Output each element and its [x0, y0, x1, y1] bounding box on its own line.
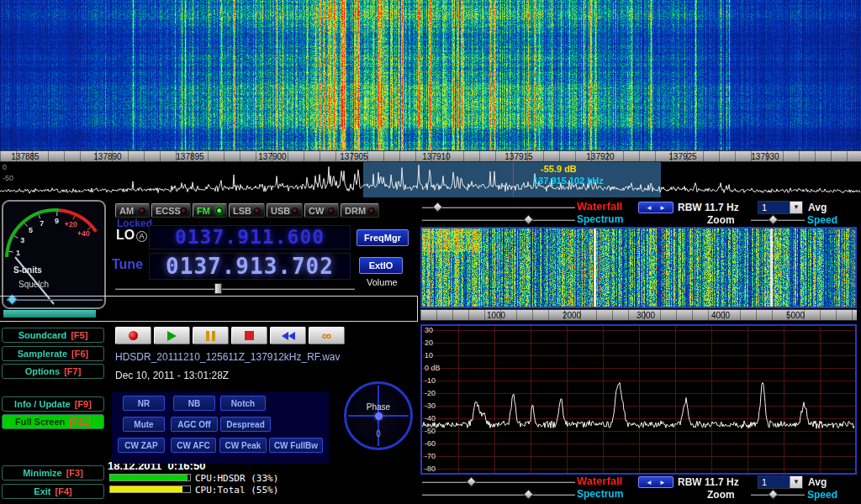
phase-label: Phase	[346, 402, 410, 412]
notch-button[interactable]: Notch	[220, 396, 266, 411]
dropdown-arrow-icon[interactable]: ▼	[790, 476, 802, 488]
slider-thumb[interactable]	[768, 489, 779, 500]
dropdown-arrow-icon[interactable]: ▼	[790, 202, 802, 213]
slider-thumb[interactable]	[432, 202, 443, 213]
spectrum-label-bottom[interactable]: Spectrum	[577, 488, 623, 500]
mode-button-drm[interactable]: DRM	[341, 203, 379, 218]
mode-button-usb[interactable]: USB	[267, 203, 303, 218]
zoom-slider-top[interactable]	[751, 214, 805, 225]
soundcard-button[interactable]: Soundcard [F5]	[2, 328, 104, 343]
db-axis-label: -50	[425, 427, 436, 435]
extio-button[interactable]: ExtIO	[359, 257, 403, 274]
stop-button[interactable]	[231, 327, 267, 344]
slider-thumb[interactable]	[523, 214, 534, 225]
freqmgr-button[interactable]: FreqMgr	[357, 229, 409, 246]
slider-thumb[interactable]	[523, 489, 534, 500]
left-arrow-icon[interactable]: ◄	[646, 204, 652, 212]
rf-frequency-scale[interactable]: 1000 2000 3000 4000 5000	[420, 309, 857, 321]
mode-led-icon	[368, 207, 375, 214]
fullscreen-button[interactable]: Full Screen [F11]	[2, 414, 104, 429]
avg-select-top[interactable]: 1 ▼	[758, 201, 803, 214]
rf-scale-tick: 2000	[563, 311, 581, 320]
mode-led-icon	[216, 207, 223, 214]
avg-label-top: Avg	[808, 202, 827, 213]
exit-button[interactable]: Exit [F4]	[2, 484, 104, 499]
spectrum-range-slider-bottom[interactable]	[422, 489, 575, 500]
mode-button-fm[interactable]: FM	[193, 203, 227, 218]
lo-frequency-display[interactable]: 0137.911.600	[149, 225, 351, 249]
mode-button-lsb[interactable]: LSB	[229, 203, 265, 218]
slider-thumb[interactable]	[466, 476, 477, 487]
waterfall-label-top[interactable]: Waterfall	[577, 200, 622, 213]
freq-scale-tick: 137915	[504, 152, 532, 161]
volume-slider[interactable]	[115, 283, 355, 294]
play-icon	[167, 331, 177, 341]
db-axis-label: -30	[425, 402, 436, 410]
mode-label: LSB	[233, 206, 251, 216]
info-update-button[interactable]: Info / Update [F9]	[2, 396, 104, 412]
mode-button-ecss[interactable]: ECSS	[151, 203, 191, 218]
nb-button[interactable]: NB	[173, 396, 215, 411]
right-arrow-icon[interactable]: ►	[659, 479, 666, 486]
tune-frequency-display[interactable]: 0137.913.702	[149, 253, 351, 280]
speed-label-bottom: Speed	[807, 489, 837, 501]
mode-button-cw[interactable]: CW	[304, 203, 339, 218]
nr-button[interactable]: NR	[123, 396, 165, 411]
rewind-icon	[282, 332, 295, 340]
vfo-a-badge[interactable]: A	[136, 231, 147, 242]
main-waterfall-display[interactable]	[0, 0, 861, 150]
fullscreen-button-label: Full Screen	[15, 417, 65, 427]
waterfall-brightness-slider-top[interactable]	[422, 202, 575, 213]
volume-slider-thumb[interactable]	[214, 283, 222, 294]
slider-groove	[422, 207, 575, 208]
frequency-scale[interactable]: 137885 137890 137895 137900 137905 13791…	[0, 150, 861, 162]
phase-dial[interactable]: Phase 0	[344, 381, 413, 450]
spectrum-range-slider-top[interactable]	[422, 214, 575, 225]
stop-icon	[245, 331, 254, 340]
cw-zap-button[interactable]: CW ZAP	[118, 438, 165, 453]
right-arrow-icon[interactable]: ►	[659, 204, 666, 212]
waterfall-shift-buttons-top[interactable]: ◄ ►	[638, 202, 673, 213]
info-update-button-label: Info / Update	[14, 399, 71, 409]
rf-waterfall-display[interactable]	[422, 228, 855, 307]
info-update-button-key: [F9]	[75, 399, 92, 409]
af-spectrum-display[interactable]	[422, 326, 855, 473]
play-button[interactable]	[154, 327, 190, 344]
avg-select-bottom[interactable]: 1 ▼	[758, 475, 803, 489]
cw-peak-button[interactable]: CW Peak	[219, 438, 267, 453]
mode-label: ECSS	[156, 206, 181, 216]
cw-fullbw-button[interactable]: CW FullBw	[269, 438, 323, 453]
left-arrow-icon[interactable]: ◄	[646, 479, 652, 486]
level-group-box	[0, 296, 418, 322]
mode-led-icon	[139, 207, 145, 214]
minimize-button[interactable]: Minimize [F3]	[2, 465, 104, 480]
despread-button[interactable]: Despread	[220, 417, 271, 432]
agc-off-button[interactable]: AGC Off	[171, 417, 218, 432]
mute-button[interactable]: Mute	[123, 417, 165, 432]
waterfall-brightness-slider-bottom[interactable]	[422, 476, 575, 487]
zoom-slider-bottom[interactable]	[751, 489, 805, 500]
slider-thumb[interactable]	[768, 214, 779, 225]
samplerate-button[interactable]: Samplerate [F6]	[2, 346, 104, 361]
speed-label-top: Speed	[807, 214, 837, 226]
rewind-button[interactable]	[270, 327, 306, 344]
pause-button[interactable]	[193, 327, 229, 344]
rf-scale-tick: 3000	[637, 311, 655, 320]
mode-label: CW	[309, 206, 324, 216]
mode-button-am[interactable]: AM	[115, 203, 150, 218]
waterfall-shift-buttons-bottom[interactable]: ◄ ►	[638, 476, 673, 488]
cw-afc-button[interactable]: CW AFC	[171, 438, 216, 453]
db-axis-label: 30	[425, 326, 433, 334]
loop-button[interactable]: ∞	[309, 327, 345, 344]
spectrum-label-top[interactable]: Spectrum	[577, 213, 623, 225]
cpu-total-meter-fill	[110, 486, 182, 492]
signal-level-readout: -55.9 dB	[541, 164, 577, 174]
record-button[interactable]	[115, 327, 151, 344]
waterfall-label-bottom[interactable]: Waterfall	[577, 475, 622, 487]
slider-groove	[422, 494, 575, 496]
record-icon	[129, 331, 138, 340]
s-units-label: S-units	[13, 265, 42, 275]
main-spectrum-display[interactable]	[0, 162, 861, 197]
options-button[interactable]: Options [F7]	[2, 364, 104, 379]
db-axis-label: 10	[425, 351, 433, 360]
